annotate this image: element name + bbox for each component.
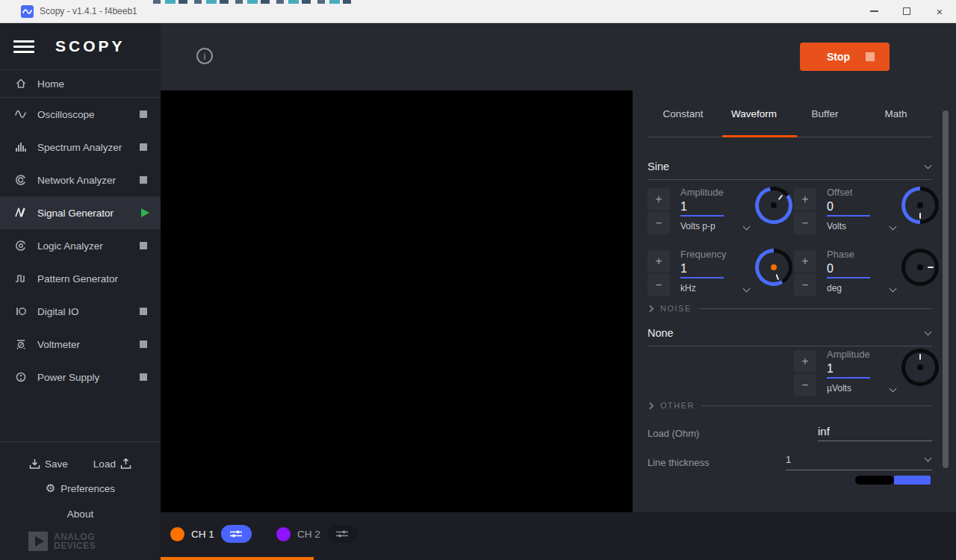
horizontal-scrollbar-thumb[interactable] [894,476,931,485]
phase-value-input[interactable]: 0 [827,262,870,279]
app-icon [21,5,34,18]
phase-knob[interactable] [901,249,939,286]
channel-1: CH 1 [170,525,252,543]
vertical-scrollbar-thumb[interactable] [943,111,949,468]
amplitude-knob[interactable] [755,187,792,224]
info-icon[interactable]: i [196,48,213,64]
sidebar-item-power-supply[interactable]: Power Supply [0,361,161,393]
phase-increment-button[interactable]: + [794,250,816,273]
load-icon [120,458,131,470]
offset-knob[interactable] [901,187,939,224]
tab-waveform[interactable]: Waveform [718,108,789,133]
sidebar-item-pattern-generator[interactable]: Pattern Generator [0,262,161,295]
chevron-down-icon [925,455,932,462]
channel-1-enable-button[interactable] [170,527,184,541]
line-thickness-select[interactable]: 1 [786,454,932,470]
noise-amplitude-control: + − Amplitude 1 µVolts [794,349,939,396]
tab-constant[interactable]: Constant [648,108,718,133]
load-ohm-row: Load (Ohm) inf [648,425,932,441]
save-button[interactable]: Save [29,458,68,470]
sidebar-item-oscilloscope[interactable]: Oscilloscope [0,98,161,131]
about-button[interactable]: About [0,508,161,520]
sidebar-item-spectrum-analyzer[interactable]: Spectrum Analyzer [0,131,161,164]
status-indicator [140,176,147,184]
running-indicator [141,208,149,217]
sidebar-item-logic-analyzer[interactable]: Logic Analyzer [0,229,161,262]
noise-amplitude-decrement-button[interactable]: − [794,374,816,396]
load-button[interactable]: Load [93,458,131,470]
collapse-chevron-icon[interactable] [647,305,654,312]
sidebar-item-signal-generator[interactable]: Signal Generator [0,196,161,229]
minimize-button[interactable] [857,0,890,22]
offset-control: + − Offset 0 Volts [794,187,939,234]
noise-amplitude-value-input[interactable]: 1 [827,362,870,379]
amplitude-value-input[interactable]: 1 [680,200,724,217]
preferences-button[interactable]: ⚙ Preferences [0,482,161,495]
load-ohm-input[interactable]: inf [818,425,932,441]
status-indicator [140,111,147,118]
adi-triangle-icon [28,532,48,551]
noise-type-select[interactable]: None [648,326,932,346]
sidebar-item-home[interactable]: Home [0,70,161,97]
noise-amplitude-unit-select[interactable]: µVolts [827,383,896,393]
amplitude-decrement-button[interactable]: − [648,212,670,234]
phase-unit-select[interactable]: deg [827,283,896,293]
offset-increment-button[interactable]: + [794,188,816,211]
channel-2-settings-button[interactable] [327,525,358,543]
noise-amplitude-label: Amplitude [827,349,896,360]
phase-label: Phase [827,249,896,260]
sidebar-item-network-analyzer[interactable]: Network Analyzer [0,164,161,196]
offset-decrement-button[interactable]: − [794,212,816,234]
status-indicator [140,242,147,249]
amplitude-unit-select[interactable]: Volts p-p [680,221,749,231]
tab-buffer[interactable]: Buffer [789,108,860,133]
menu-hamburger-icon[interactable] [13,37,34,56]
run-stop-button[interactable]: Stop [800,43,890,71]
frequency-value-input[interactable]: 1 [680,262,724,279]
chevron-down-icon [925,162,932,169]
sidebar-item-voltmeter[interactable]: Voltmeter [0,328,161,361]
frequency-increment-button[interactable]: + [648,250,670,273]
noise-amplitude-knob[interactable] [901,349,939,386]
offset-unit-select[interactable]: Volts [827,221,896,231]
sidebar: SCOPY Home Oscilloscope Spectrum Analyze… [0,23,161,560]
frequency-decrement-button[interactable]: − [648,274,670,296]
phase-decrement-button[interactable]: − [794,274,816,296]
noise-amplitude-increment-button[interactable]: + [794,350,816,373]
signal-plot [161,90,633,512]
channel-2-enable-button[interactable] [276,527,291,541]
active-tab-accent [722,135,797,137]
channel-1-settings-button[interactable] [221,525,252,543]
collapse-chevron-icon[interactable] [647,402,654,409]
horizontal-scrollbar-track[interactable] [855,476,894,485]
waveform-type-select[interactable]: Sine [648,160,932,180]
noise-section-header: NOISE [648,304,932,313]
frequency-knob[interactable] [755,249,792,286]
line-thickness-row: Line thickness 1 [648,454,932,470]
titlebar: Scopy - v1.4.1 - f4beeb1 × [0,0,956,23]
frequency-control: + − Frequency 1 kHz [648,249,792,296]
maximize-button[interactable] [890,0,923,22]
sidebar-item-digital-io[interactable]: Digital IO [0,295,161,328]
amplitude-control: + − Amplitude 1 Volts p-p [648,187,792,234]
network-icon [13,174,28,186]
chevron-down-icon [743,223,751,230]
channel-bar: CH 1 CH 2 [161,512,956,560]
power-supply-icon [13,371,28,383]
status-indicator [140,373,147,381]
plot-canvas [161,90,633,512]
spectrum-icon [13,141,28,153]
phase-control: + − Phase 0 deg [794,249,939,296]
close-button[interactable]: × [923,0,956,22]
scopy-window: Scopy - v1.4.1 - f4beeb1 × SCOPY Home Os… [0,0,956,560]
frequency-unit-select[interactable]: kHz [680,283,749,293]
logic-analyzer-icon [13,240,28,252]
tab-math[interactable]: Math [860,108,931,133]
home-icon [13,78,28,90]
frequency-label: Frequency [680,249,749,260]
amplitude-increment-button[interactable]: + [648,188,670,211]
other-section-header: OTHER [648,401,932,410]
amplitude-label: Amplitude [680,187,749,198]
instrument-header: i Stop [161,23,956,90]
offset-value-input[interactable]: 0 [827,200,870,217]
